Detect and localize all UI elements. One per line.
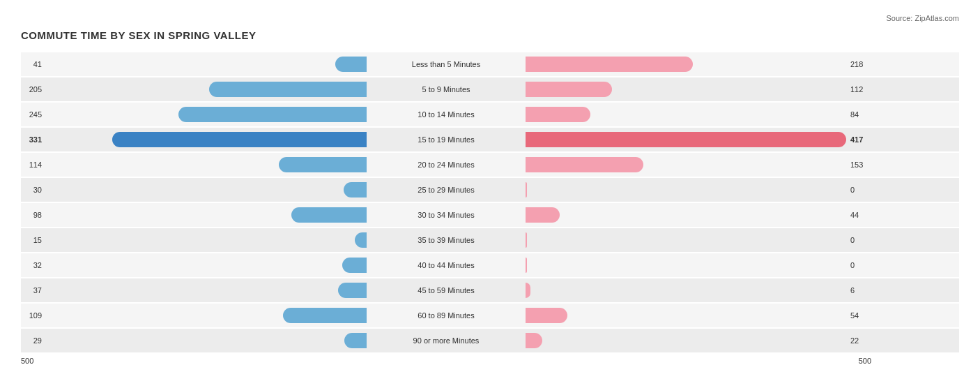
male-bar <box>338 283 367 298</box>
male-bar-wrap <box>45 157 367 172</box>
male-bar <box>112 132 367 147</box>
left-side: 29 <box>21 329 369 352</box>
male-value: 331 <box>21 135 42 144</box>
male-bar-wrap <box>45 232 367 248</box>
chart-row: 331 15 to 19 Minutes 417 <box>21 128 959 151</box>
right-side: 54 <box>523 304 871 327</box>
female-value: 54 <box>850 311 871 320</box>
female-bar-wrap <box>526 283 848 298</box>
chart-row: 32 40 to 44 Minutes 0 <box>21 253 959 277</box>
left-side: 15 <box>21 228 369 252</box>
female-bar <box>526 207 560 223</box>
axis-row: 500 500 <box>21 357 959 365</box>
female-bar-wrap <box>526 132 848 147</box>
male-value: 245 <box>21 110 42 119</box>
male-bar <box>279 157 367 172</box>
female-bar-wrap <box>526 333 848 348</box>
chart-title: COMMUTE TIME BY SEX IN SPRING VALLEY <box>21 29 959 41</box>
female-value: 6 <box>850 286 871 295</box>
left-side: 109 <box>21 304 369 327</box>
left-side: 30 <box>21 178 369 202</box>
chart-row: 15 35 to 39 Minutes 0 <box>21 228 959 252</box>
chart-row: 109 60 to 89 Minutes 54 <box>21 304 959 327</box>
female-bar-wrap <box>526 232 848 248</box>
right-side: 0 <box>523 228 871 252</box>
female-bar-wrap <box>526 258 848 273</box>
chart-row: 114 20 to 24 Minutes 153 <box>21 153 959 177</box>
chart-row: 29 90 or more Minutes 22 <box>21 329 959 352</box>
female-bar-wrap <box>526 157 848 172</box>
male-bar-wrap <box>45 57 367 72</box>
row-label: 25 to 29 Minutes <box>369 186 523 194</box>
right-side: 0 <box>523 178 871 202</box>
left-side: 41 <box>21 52 369 76</box>
left-side: 32 <box>21 253 369 277</box>
left-side: 205 <box>21 77 369 101</box>
male-bar-wrap <box>45 207 367 223</box>
female-bar-wrap <box>526 57 848 72</box>
female-bar-wrap <box>526 107 848 122</box>
female-bar <box>526 157 643 172</box>
female-value: 218 <box>850 60 871 68</box>
right-side: 218 <box>523 52 871 76</box>
male-bar-wrap <box>45 82 367 97</box>
row-label: 30 to 34 Minutes <box>369 211 523 219</box>
chart-row: 98 30 to 34 Minutes 44 <box>21 203 959 227</box>
male-bar <box>291 207 367 223</box>
right-side: 417 <box>523 128 871 151</box>
male-value: 98 <box>21 211 42 219</box>
chart-row: 41 Less than 5 Minutes 218 <box>21 52 959 76</box>
male-bar <box>283 308 367 323</box>
left-side: 98 <box>21 203 369 227</box>
male-value: 41 <box>21 60 42 68</box>
male-bar-wrap <box>45 308 367 323</box>
row-label: 90 or more Minutes <box>369 336 523 345</box>
chart-row: 205 5 to 9 Minutes 112 <box>21 77 959 101</box>
male-bar-wrap <box>45 258 367 273</box>
male-value: 205 <box>21 85 42 94</box>
female-bar <box>526 232 527 248</box>
chart-row: 245 10 to 14 Minutes 84 <box>21 103 959 126</box>
female-bar-wrap <box>526 308 848 323</box>
chart-row: 37 45 to 59 Minutes 6 <box>21 278 959 302</box>
male-value: 37 <box>21 286 42 295</box>
male-value: 30 <box>21 186 42 194</box>
female-value: 22 <box>850 336 871 345</box>
row-label: 10 to 14 Minutes <box>369 110 523 119</box>
male-value: 15 <box>21 236 42 244</box>
female-bar <box>526 333 542 348</box>
female-bar <box>526 57 693 72</box>
male-bar <box>342 258 367 273</box>
female-bar-wrap <box>526 82 848 97</box>
row-label: 45 to 59 Minutes <box>369 286 523 295</box>
male-bar <box>344 182 367 198</box>
male-bar-wrap <box>45 283 367 298</box>
right-side: 153 <box>523 153 871 177</box>
female-value: 0 <box>850 236 871 244</box>
female-value: 84 <box>850 110 871 119</box>
row-label: 60 to 89 Minutes <box>369 311 523 320</box>
female-value: 153 <box>850 161 871 169</box>
chart-row: 30 25 to 29 Minutes 0 <box>21 178 959 202</box>
female-bar <box>526 82 612 97</box>
female-bar <box>526 107 590 122</box>
row-label: 20 to 24 Minutes <box>369 161 523 169</box>
female-bar <box>526 308 567 323</box>
male-value: 32 <box>21 261 42 269</box>
female-value: 417 <box>850 135 871 144</box>
axis-left-label: 500 <box>21 357 369 365</box>
female-bar-wrap <box>526 207 848 223</box>
row-label: Less than 5 Minutes <box>369 60 523 68</box>
male-bar-wrap <box>45 182 367 198</box>
female-bar <box>526 258 527 273</box>
left-side: 114 <box>21 153 369 177</box>
male-bar-wrap <box>45 132 367 147</box>
male-bar <box>335 57 367 72</box>
male-bar <box>344 333 367 348</box>
female-value: 0 <box>850 186 871 194</box>
female-bar-wrap <box>526 182 848 198</box>
row-label: 35 to 39 Minutes <box>369 236 523 244</box>
left-side: 331 <box>21 128 369 151</box>
right-side: 22 <box>523 329 871 352</box>
female-bar <box>526 182 527 198</box>
